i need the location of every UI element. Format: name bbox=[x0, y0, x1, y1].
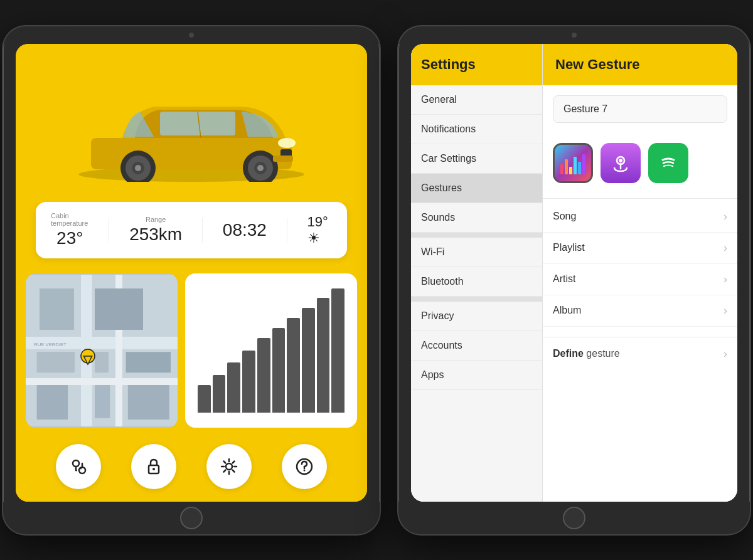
svg-rect-28 bbox=[128, 385, 169, 420]
help-icon bbox=[294, 457, 314, 477]
settings-item-general[interactable]: General bbox=[411, 85, 542, 115]
bar-10 bbox=[331, 288, 344, 413]
left-tablet-screen: Cabin temperature 23° Range 253km 08:32 … bbox=[16, 44, 367, 502]
bar-1 bbox=[198, 385, 211, 413]
time-item: 08:32 bbox=[223, 220, 267, 240]
settings-item-privacy[interactable]: Privacy bbox=[411, 297, 542, 331]
gesture-option-playlist[interactable]: Playlist › bbox=[543, 233, 737, 264]
chevron-artist: › bbox=[724, 273, 727, 286]
left-tablet-bottom-bar bbox=[3, 502, 380, 534]
svg-point-32 bbox=[73, 460, 79, 467]
gesture-option-artist-label: Artist bbox=[553, 273, 575, 285]
bar-8 bbox=[302, 308, 315, 412]
chevron-song: › bbox=[724, 210, 727, 223]
help-button[interactable] bbox=[282, 444, 327, 489]
range-item: Range 253km bbox=[129, 216, 182, 245]
range-label: Range bbox=[146, 216, 166, 223]
settings-item-gestures[interactable]: Gestures bbox=[411, 174, 542, 203]
right-home-button[interactable] bbox=[563, 507, 585, 529]
car-image bbox=[60, 56, 323, 182]
settings-item-apps[interactable]: Apps bbox=[411, 361, 542, 390]
settings-button[interactable] bbox=[206, 444, 252, 489]
define-gesture-row[interactable]: Define gesture › bbox=[543, 337, 737, 371]
settings-item-notifications[interactable]: Notifications bbox=[411, 115, 542, 144]
svg-rect-23 bbox=[37, 385, 68, 420]
car-section bbox=[16, 44, 367, 202]
define-gesture-light: gesture bbox=[584, 348, 620, 359]
left-home-button[interactable] bbox=[180, 507, 203, 529]
right-tablet-top-bar bbox=[398, 26, 750, 44]
scene: Cabin temperature 23° Range 253km 08:32 … bbox=[0, 14, 753, 547]
gesture-option-song[interactable]: Song › bbox=[543, 201, 737, 233]
spotify-icon-svg bbox=[656, 151, 680, 175]
settings-item-car-settings[interactable]: Car Settings bbox=[411, 144, 542, 174]
location-icon bbox=[68, 457, 88, 477]
right-camera bbox=[572, 33, 577, 38]
gesture-option-album[interactable]: Album › bbox=[543, 295, 737, 327]
svg-rect-24 bbox=[95, 288, 143, 330]
chevron-album: › bbox=[724, 304, 727, 317]
svg-point-38 bbox=[304, 469, 306, 471]
settings-item-accounts[interactable]: Accounts bbox=[411, 331, 542, 361]
action-bar bbox=[16, 438, 367, 502]
app-icon-spotify[interactable] bbox=[648, 143, 688, 183]
info-card: Cabin temperature 23° Range 253km 08:32 … bbox=[36, 202, 347, 258]
svg-rect-27 bbox=[126, 352, 171, 372]
right-tablet: Settings General Notifications Car Setti… bbox=[398, 26, 750, 534]
temp-value: 19° ☀ bbox=[307, 214, 332, 246]
svg-point-7 bbox=[257, 165, 264, 171]
cabin-label: Cabin temperature bbox=[51, 212, 88, 227]
gear-icon bbox=[219, 457, 239, 477]
left-tablet-top-bar bbox=[3, 26, 380, 44]
cabin-value: 23° bbox=[56, 228, 83, 248]
time-value: 08:32 bbox=[223, 220, 267, 240]
chart-bars bbox=[195, 283, 347, 418]
gesture-option-song-label: Song bbox=[553, 211, 576, 222]
svg-rect-21 bbox=[40, 288, 74, 330]
eq-bars-icon bbox=[560, 152, 585, 174]
location-button[interactable] bbox=[56, 444, 101, 489]
right-tablet-screen: Settings General Notifications Car Setti… bbox=[411, 44, 737, 502]
settings-header: Settings bbox=[411, 44, 542, 85]
bar-4 bbox=[242, 351, 255, 413]
gesture-name-input[interactable] bbox=[553, 95, 727, 123]
gesture-option-playlist-label: Playlist bbox=[553, 242, 585, 253]
bar-2 bbox=[213, 375, 226, 412]
chevron-playlist: › bbox=[724, 241, 727, 255]
svg-point-12 bbox=[278, 138, 296, 148]
app-icon-deezer[interactable] bbox=[553, 143, 593, 183]
app-icons-row bbox=[543, 133, 737, 193]
divider-3 bbox=[287, 218, 287, 243]
bottom-cards: RUE VERDIET bbox=[16, 263, 367, 438]
chart-card bbox=[185, 273, 357, 428]
define-gesture-bold: Define bbox=[553, 348, 584, 359]
svg-rect-14 bbox=[273, 156, 293, 162]
bar-5 bbox=[257, 338, 270, 413]
app-icon-podcasts[interactable] bbox=[601, 143, 641, 183]
gesture-panel: New Gesture bbox=[543, 44, 737, 502]
define-gesture-text: Define gesture bbox=[553, 348, 620, 359]
bar-3 bbox=[227, 362, 240, 412]
settings-item-wifi[interactable]: Wi-Fi bbox=[411, 233, 542, 267]
settings-sidebar: Settings General Notifications Car Setti… bbox=[411, 44, 543, 502]
gesture-option-album-label: Album bbox=[553, 305, 581, 316]
divider-after-icons bbox=[543, 198, 737, 199]
right-tablet-bottom-bar bbox=[398, 502, 750, 534]
bar-9 bbox=[317, 298, 330, 412]
cabin-temp-item: Cabin temperature 23° bbox=[51, 212, 88, 248]
divider-1 bbox=[109, 218, 109, 243]
weather-item: 19° ☀ bbox=[307, 214, 332, 246]
settings-item-bluetooth[interactable]: Bluetooth bbox=[411, 267, 542, 297]
chevron-define: › bbox=[724, 347, 727, 361]
svg-point-40 bbox=[619, 159, 622, 162]
svg-rect-26 bbox=[95, 385, 110, 418]
gesture-option-artist[interactable]: Artist › bbox=[543, 264, 737, 295]
lock-button[interactable] bbox=[131, 444, 176, 489]
svg-point-35 bbox=[152, 468, 155, 470]
svg-rect-25 bbox=[95, 352, 109, 372]
settings-item-sounds[interactable]: Sounds bbox=[411, 203, 542, 233]
svg-rect-18 bbox=[26, 378, 178, 385]
lock-icon bbox=[144, 457, 164, 477]
bar-7 bbox=[287, 318, 300, 412]
car-svg bbox=[66, 69, 317, 182]
